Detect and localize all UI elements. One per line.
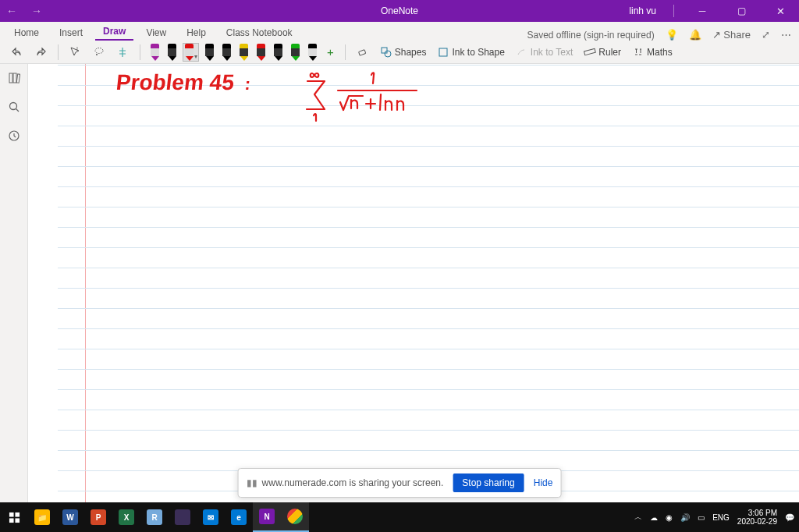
tray-cloud-icon[interactable]: ☁ [650, 513, 658, 522]
maths-button[interactable]: Maths [629, 44, 676, 60]
tab-class-notebook[interactable]: Class Notebook [218, 24, 300, 41]
svg-point-11 [9, 103, 16, 110]
taskbar-word[interactable]: W [56, 502, 84, 532]
pen-0[interactable] [148, 43, 162, 62]
system-tray[interactable]: ︿ ☁ ◉ 🔊 ▭ ENG 3:06 PM 2020-02-29 💬 [634, 509, 799, 527]
share-message: ▮▮www.numerade.com is sharing your scree… [247, 477, 444, 488]
taskbar-app-purple[interactable] [169, 502, 197, 532]
svg-rect-4 [382, 48, 387, 53]
tray-chevron-icon[interactable]: ︿ [634, 512, 642, 523]
eraser-button[interactable] [353, 44, 372, 60]
svg-rect-9 [13, 73, 16, 83]
maximize-button[interactable]: ▢ [730, 5, 752, 16]
app-title: OneNote [381, 5, 418, 16]
pen-3[interactable] [203, 43, 216, 62]
pen-7[interactable] [272, 43, 285, 62]
tray-volume-icon[interactable]: 🔊 [680, 513, 690, 522]
svg-point-5 [385, 51, 391, 57]
recent-icon[interactable] [8, 129, 20, 144]
divider [673, 5, 674, 17]
menu-bar: Home Insert Draw View Help Class Noteboo… [0, 22, 799, 41]
separator [345, 44, 346, 60]
pen-8[interactable] [289, 43, 302, 62]
margin-rule [85, 64, 86, 502]
insert-space-button[interactable] [113, 44, 132, 60]
tab-draw[interactable]: Draw [95, 23, 133, 41]
stop-sharing-button[interactable]: Stop sharing [453, 473, 524, 492]
note-canvas[interactable]: Problem 45: [28, 64, 799, 502]
taskbar-excel[interactable]: X [112, 502, 140, 532]
minimize-button[interactable]: ─ [691, 5, 713, 16]
ruler-button[interactable]: Ruler [581, 44, 624, 60]
tab-insert[interactable]: Insert [51, 24, 91, 41]
pen-gallery: ▾ [148, 43, 319, 62]
forward-button[interactable]: → [31, 5, 42, 17]
svg-rect-3 [358, 49, 365, 55]
svg-point-2 [96, 54, 98, 55]
title-bar: ← → OneNote linh vu ─ ▢ ✕ [0, 0, 799, 22]
taskbar-onenote[interactable]: N [253, 502, 281, 532]
pen-6[interactable] [254, 43, 268, 62]
svg-rect-6 [439, 48, 447, 56]
taskbar-rstudio[interactable]: R [140, 502, 169, 532]
svg-rect-17 [15, 518, 20, 523]
tab-home[interactable]: Home [6, 24, 47, 41]
svg-point-1 [95, 48, 103, 53]
notebooks-icon[interactable] [8, 72, 20, 87]
taskbar: 📁 W P X R ✉ e N ︿ ☁ ◉ 🔊 ▭ ENG 3:06 PM 20… [0, 502, 799, 532]
ink-to-text-button: Ink to Text [513, 44, 576, 60]
tray-wifi-icon[interactable]: ◉ [666, 513, 673, 522]
tray-battery-icon[interactable]: ▭ [698, 513, 705, 522]
add-pen-button[interactable]: + [324, 44, 337, 60]
tray-notifications-icon[interactable]: 💬 [785, 513, 794, 522]
save-status: Saved offline (sign-in required) [527, 30, 654, 41]
shapes-button[interactable]: Shapes [377, 44, 430, 60]
svg-rect-15 [15, 512, 20, 516]
pen-1[interactable] [165, 43, 179, 62]
pen-9[interactable] [306, 43, 319, 62]
svg-rect-16 [9, 518, 13, 523]
tray-clock[interactable]: 3:06 PM 2020-02-29 [737, 509, 777, 527]
more-icon[interactable]: ⋯ [781, 29, 791, 41]
fullscreen-icon[interactable]: ⤢ [762, 29, 770, 41]
pen-2[interactable]: ▾ [183, 43, 199, 62]
svg-text:I: I [76, 46, 78, 51]
user-name[interactable]: linh vu [629, 5, 656, 16]
separator [58, 44, 59, 60]
ink-to-shape-button[interactable]: Ink to Shape [434, 44, 507, 60]
hide-share-button[interactable]: Hide [534, 477, 553, 488]
taskbar-edge[interactable]: e [225, 502, 253, 532]
tab-help[interactable]: Help [179, 24, 214, 41]
svg-rect-7 [584, 48, 596, 55]
screen-share-notification: ▮▮www.numerade.com is sharing your scree… [238, 468, 562, 498]
search-icon[interactable] [8, 101, 20, 115]
separator [140, 44, 140, 60]
ink-math-formula [301, 67, 426, 129]
ink-text-problem: Problem 45: [115, 70, 252, 95]
close-button[interactable]: ✕ [769, 5, 791, 17]
svg-rect-10 [16, 74, 20, 83]
bell-icon[interactable]: 🔔 [689, 29, 701, 41]
taskbar-chrome[interactable] [281, 502, 309, 532]
lasso-button[interactable] [90, 44, 108, 60]
svg-rect-14 [9, 512, 13, 516]
pen-4[interactable] [220, 43, 233, 62]
svg-line-12 [16, 109, 19, 112]
pen-5[interactable] [237, 43, 250, 62]
taskbar-explorer[interactable]: 📁 [28, 502, 56, 532]
left-rail [0, 64, 28, 502]
lightbulb-icon[interactable]: 💡 [666, 29, 678, 41]
text-select-button[interactable]: I [66, 44, 85, 60]
tab-view[interactable]: View [138, 24, 174, 41]
ribbon-draw: I ▾ + Shapes Ink to Shape Ink to Text Ru… [0, 41, 799, 64]
taskbar-powerpoint[interactable]: P [84, 502, 112, 532]
start-button[interactable] [0, 502, 28, 532]
share-button[interactable]: ↗ Share [712, 29, 751, 41]
svg-rect-8 [9, 73, 12, 83]
back-button[interactable]: ← [6, 5, 17, 17]
redo-button[interactable] [31, 44, 50, 60]
undo-button[interactable] [8, 44, 27, 60]
taskbar-mail[interactable]: ✉ [197, 502, 225, 532]
tray-language[interactable]: ENG [712, 513, 730, 522]
